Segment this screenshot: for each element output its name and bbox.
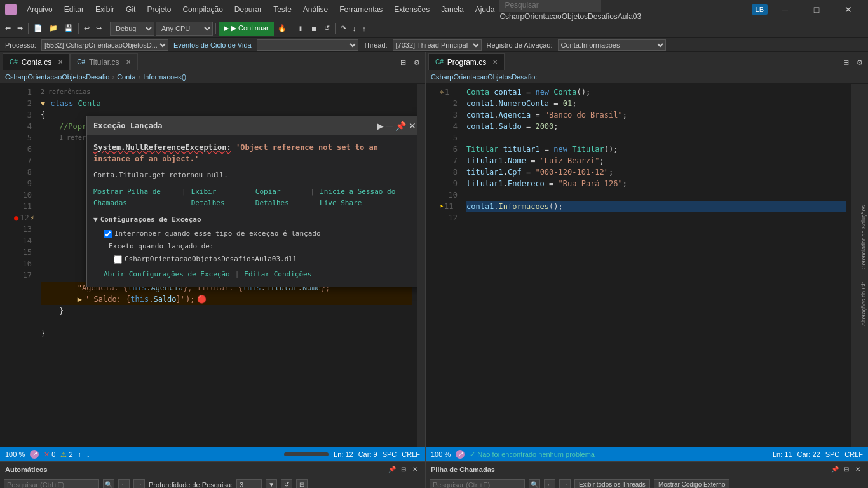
menu-teste[interactable]: Teste <box>268 4 297 15</box>
bottom-area: Automáticos 📌 ⊟ ✕ 🔍 ← → Profundidade de … <box>0 461 868 488</box>
thread-dropdown[interactable]: [7032] Thread Principal <box>393 39 482 51</box>
menu-ajuda[interactable]: Ajuda <box>470 4 500 15</box>
bottom-right-float[interactable]: ⊟ <box>841 464 851 475</box>
menu-arquivo[interactable]: Arquivo <box>22 4 58 15</box>
show-external-btn[interactable]: Mostrar Código Externo <box>654 479 730 489</box>
bottom-right-close[interactable]: ✕ <box>853 464 863 475</box>
events-dropdown[interactable] <box>257 39 358 51</box>
exception-body: System.NullReferenceException: 'Object r… <box>87 135 417 287</box>
toolbar-save[interactable]: 💾 <box>62 21 76 36</box>
split-editor-btn[interactable]: ⊞ <box>398 55 409 70</box>
callstack-search-icon[interactable]: 🔍 <box>529 479 540 489</box>
exception-link-1[interactable]: Mostrar Pilha de Chamadas <box>93 186 177 209</box>
right-git-icon[interactable]: ⎇ <box>456 450 465 459</box>
action-link-2[interactable]: Editar Condições <box>244 269 311 280</box>
search-btn-icon[interactable]: 🔍 <box>103 479 114 489</box>
menu-analise[interactable]: Análise <box>298 4 333 15</box>
menu-depurar[interactable]: Depurar <box>229 4 267 15</box>
exception-minimize-btn[interactable]: ─ <box>386 121 393 131</box>
continue-button[interactable]: ▶ ▶ Continuar <box>219 22 274 36</box>
right-code-editor[interactable]: ⎆1 2 3 4 5 6 7 8 9 10 ➤11 12 Conta conta… <box>426 84 868 447</box>
toolbar-fwd[interactable]: ➡ <box>15 21 25 36</box>
side-label-2: Alterações do Git <box>860 282 867 326</box>
toolbar-open[interactable]: 📁 <box>46 21 60 36</box>
tab-close-icon-2[interactable]: ✕ <box>126 58 131 65</box>
close-button[interactable]: ✕ <box>834 0 863 19</box>
menu-projeto[interactable]: Projeto <box>142 4 176 15</box>
editor-settings-btn[interactable]: ⚙ <box>411 55 423 70</box>
refresh-btn[interactable]: ↺ <box>281 479 292 489</box>
right-eol: CRLF <box>844 451 863 458</box>
collapse-btn[interactable]: ⊟ <box>296 479 308 489</box>
left-code-content[interactable]: 2 referências ▼ class Conta { //Poprieda… <box>36 84 417 447</box>
toolbar-restart[interactable]: ↺ <box>322 21 332 36</box>
title-search-input[interactable] <box>499 0 601 12</box>
toolbar-redo[interactable]: ↪ <box>93 21 104 36</box>
bottom-right-toolbar: 🔍 ← → Exibir todos os Threads Mostrar Có… <box>426 477 868 488</box>
toolbar-step-over[interactable]: ↷ <box>338 21 349 36</box>
exception-pin-btn[interactable]: 📌 <box>395 121 406 131</box>
show-threads-btn[interactable]: Exibir todos os Threads <box>574 479 650 489</box>
bottom-right-pin[interactable]: 📌 <box>830 464 840 475</box>
interrupt-checkbox[interactable] <box>104 230 112 238</box>
depth-input[interactable] <box>236 479 262 489</box>
toolbar-hot-reload[interactable]: 🔥 <box>275 21 289 36</box>
git-icon[interactable]: ⎇ <box>30 450 39 459</box>
right-split-btn[interactable]: ⊞ <box>841 55 851 70</box>
title-bar-left: Arquivo Editar Exibir Git Projeto Compil… <box>5 4 499 15</box>
menu-extensoes[interactable]: Extensões <box>389 4 435 15</box>
tab-conta-cs[interactable]: C# Conta.cs ✕ <box>3 53 70 70</box>
tab-program-cs[interactable]: C# Program.cs ✕ <box>428 53 505 70</box>
right-scrollbar[interactable] <box>851 84 859 447</box>
callstack-next-btn[interactable]: → <box>559 479 571 489</box>
left-code-editor[interactable]: 1 2 3 4 5 6 7 8 9 10 11 ●12⚡ 13 14 15 16… <box>0 84 425 447</box>
action-link-1[interactable]: Abrir Configurações de Exceção <box>104 269 230 280</box>
toolbar-step-out[interactable]: ↑ <box>360 21 369 36</box>
stack-dropdown[interactable]: Conta.Informacoes <box>558 39 666 51</box>
left-scrollbar[interactable] <box>417 84 425 447</box>
exception-link-3[interactable]: Copiar Detalhes <box>255 186 306 209</box>
checkbox-row-1: Interromper quando esse tipo de exceção … <box>104 228 416 240</box>
exception-link-4[interactable]: Inicie a Sessão do Live Share <box>320 186 416 209</box>
cpu-dropdown[interactable]: Any CPU <box>156 22 213 36</box>
menu-editar[interactable]: Editar <box>59 4 89 15</box>
callstack-prev-btn[interactable]: ← <box>544 479 555 489</box>
exception-play-btn[interactable]: ▶ <box>377 121 384 131</box>
debug-mode-dropdown[interactable]: Debug <box>110 22 154 36</box>
exception-close-btn[interactable]: ✕ <box>409 121 416 131</box>
toolbar-undo[interactable]: ↩ <box>81 21 92 36</box>
search-prev-btn[interactable]: ← <box>118 479 130 489</box>
search-next-btn[interactable]: → <box>133 479 145 489</box>
menu-git[interactable]: Git <box>121 4 140 15</box>
depth-dropdown-btn[interactable]: ▼ <box>266 479 277 489</box>
tab-close-prog[interactable]: ✕ <box>492 58 498 65</box>
tab-titular-cs[interactable]: C# Titular.cs ✕ <box>70 53 137 70</box>
menu-compilacao[interactable]: Compilação <box>177 4 227 15</box>
toolbar-pause[interactable]: ⏸ <box>295 21 307 36</box>
minimize-button[interactable]: ─ <box>770 0 799 19</box>
toolbar-stop[interactable]: ⏹ <box>308 21 320 36</box>
exception-link-2[interactable]: Exibir Detalhes <box>191 186 241 209</box>
right-code-content[interactable]: Conta conta1 = new Conta(); conta1.Numer… <box>461 84 851 447</box>
right-line-10 <box>466 189 846 201</box>
automatics-search-input[interactable] <box>4 479 99 489</box>
callstack-search-input[interactable] <box>430 479 525 489</box>
minimap-toggle[interactable] <box>284 452 329 456</box>
process-dropdown[interactable]: [5532] CsharpOrientacaoObjetosD... <box>41 39 168 51</box>
toolbar-back[interactable]: ⬅ <box>3 21 13 36</box>
tab-close-icon[interactable]: ✕ <box>58 58 63 65</box>
menu-exibir[interactable]: Exibir <box>90 4 119 15</box>
toolbar-new[interactable]: 📄 <box>31 21 45 36</box>
menu-janela[interactable]: Janela <box>436 4 468 15</box>
menu-ferramentas[interactable]: Ferramentas <box>334 4 388 15</box>
error-icon: ✕ <box>44 451 50 458</box>
bottom-left-pin[interactable]: 📌 <box>387 464 397 475</box>
toolbar-step-into[interactable]: ↓ <box>350 21 359 36</box>
bottom-left-float[interactable]: ⊟ <box>398 464 409 475</box>
toolbar-sep-5 <box>292 23 292 34</box>
dll-checkbox[interactable] <box>114 255 122 264</box>
maximize-button[interactable]: □ <box>802 0 831 19</box>
right-settings-btn[interactable]: ⚙ <box>854 55 865 70</box>
left-line-numbers: 1 2 3 4 5 6 7 8 9 10 11 ●12⚡ 13 14 15 16… <box>10 84 36 447</box>
bottom-left-close[interactable]: ✕ <box>410 464 420 475</box>
